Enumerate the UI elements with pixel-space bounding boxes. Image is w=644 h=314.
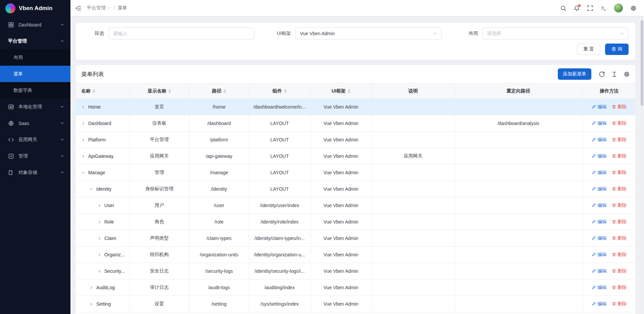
sidebar-item-dashboard[interactable]: Dashboard (0, 16, 70, 33)
row-expander-icon[interactable] (89, 302, 94, 306)
row-expander-icon[interactable] (97, 203, 102, 208)
edit-button[interactable]: 编辑 (592, 153, 606, 159)
delete-button[interactable]: 删除 (612, 137, 627, 143)
sort-carets-icon[interactable] (348, 89, 351, 93)
edit-button[interactable]: 编辑 (592, 104, 606, 110)
row-expander-icon[interactable] (81, 154, 86, 159)
search-icon[interactable] (560, 5, 567, 11)
edit-button[interactable]: 编辑 (592, 252, 606, 258)
delete-button[interactable]: 删除 (612, 186, 627, 192)
layout-select[interactable]: 请选择 (483, 27, 629, 40)
edit-button[interactable]: 编辑 (592, 137, 606, 143)
user-avatar[interactable] (614, 3, 623, 13)
column-header-ui_framework[interactable]: UI框架 (310, 83, 372, 99)
ui-framework-select[interactable]: Vue Vben Admin (296, 27, 441, 40)
cell-description (372, 165, 454, 181)
cell-redirect (454, 214, 582, 230)
delete-button[interactable]: 删除 (612, 202, 627, 208)
edit-button[interactable]: 编辑 (592, 186, 606, 192)
sort-carets-icon[interactable] (223, 89, 226, 93)
delete-icon (612, 137, 616, 142)
sort-carets-icon[interactable] (93, 89, 95, 93)
column-header-display_name[interactable]: 显示名称 (129, 83, 189, 99)
sidebar-subitem-menu[interactable]: 菜单 (0, 66, 70, 82)
reset-button[interactable]: 重 置 (577, 44, 600, 55)
delete-label: 删除 (618, 219, 627, 225)
cell-actions: 编辑删除 (582, 99, 635, 115)
cell-ui-framework: Vue Vben Admin (310, 296, 372, 312)
delete-button[interactable]: 删除 (612, 252, 627, 258)
edit-button[interactable]: 编辑 (592, 202, 606, 208)
delete-button[interactable]: 删除 (612, 170, 627, 176)
row-expander-icon[interactable] (89, 187, 94, 191)
row-expander-icon[interactable] (81, 171, 86, 175)
delete-button[interactable]: 删除 (612, 285, 627, 291)
app-logo[interactable]: Vben Admin (0, 0, 70, 16)
edit-button[interactable]: 编辑 (592, 170, 606, 176)
row-height-icon[interactable] (611, 71, 618, 77)
breadcrumb-label: 平台管理 (87, 5, 106, 11)
delete-button[interactable]: 删除 (612, 235, 627, 241)
edit-button[interactable]: 编辑 (592, 301, 606, 307)
cell-description (372, 263, 454, 279)
scrollbar-thumb[interactable] (641, 20, 643, 106)
row-expander-icon[interactable] (81, 121, 86, 126)
breadcrumb-item-platform[interactable]: 平台管理 (87, 5, 111, 11)
delete-button[interactable]: 删除 (612, 268, 627, 274)
refresh-icon[interactable] (599, 71, 605, 77)
row-expander-icon[interactable] (97, 236, 102, 241)
delete-button[interactable]: 删除 (612, 301, 627, 307)
cell-actions: 编辑删除 (582, 132, 635, 148)
column-header-path[interactable]: 路径 (189, 83, 249, 99)
sidebar-subitem-data-dictionary[interactable]: 数据字典 (0, 82, 70, 99)
sidebar-subitem-layout[interactable]: 布局 (0, 49, 70, 66)
row-expander-icon[interactable] (97, 269, 102, 273)
cell-component: LAYOUT (249, 148, 310, 165)
row-expander-icon[interactable] (81, 105, 86, 109)
filter-row: 筛选 UI框架 Vue Vben Admin 布局 请选择 (83, 27, 629, 40)
edit-icon (592, 252, 596, 257)
fullscreen-icon[interactable] (587, 5, 593, 11)
row-expander-icon[interactable] (89, 286, 94, 290)
row-expander-icon[interactable] (81, 138, 86, 142)
edit-button[interactable]: 编辑 (592, 268, 606, 274)
sort-carets-icon[interactable] (168, 89, 171, 93)
settings-gear-icon[interactable] (630, 5, 637, 11)
edit-button[interactable]: 编辑 (592, 219, 606, 225)
cell-redirect (454, 263, 582, 279)
row-expander-icon[interactable] (97, 253, 102, 257)
table-settings-gear-icon[interactable] (624, 71, 630, 77)
sidebar-item-localization[interactable]: 本地化管理 (0, 99, 70, 115)
query-button[interactable]: 查 询 (605, 44, 629, 55)
delete-button[interactable]: 删除 (612, 104, 627, 110)
sort-carets-icon[interactable] (284, 89, 287, 93)
edit-button[interactable]: 编辑 (592, 235, 606, 241)
sidebar-group-object-storage: 对象存储 (0, 164, 70, 181)
sidebar-item-manage[interactable]: 管理 (0, 148, 70, 164)
menu-name: Home (88, 104, 101, 110)
column-header-name[interactable]: 名称 (76, 83, 129, 99)
cell-actions: 编辑删除 (582, 165, 635, 181)
edit-label: 编辑 (597, 219, 606, 225)
sidebar-item-gateway[interactable]: 应用网关 (0, 131, 70, 148)
sidebar-subitem-label: 数据字典 (13, 87, 32, 93)
translate-icon[interactable]: 文A (600, 5, 607, 11)
cell-path: /identity (189, 181, 249, 197)
add-menu-button[interactable]: 添加新菜单 (558, 68, 591, 80)
menu-fold-icon[interactable] (75, 5, 82, 11)
menu-name: Organiz... (104, 252, 125, 257)
cell-name: Security... (76, 263, 129, 279)
edit-button[interactable]: 编辑 (592, 120, 606, 126)
edit-button[interactable]: 编辑 (592, 285, 606, 291)
delete-button[interactable]: 删除 (612, 153, 627, 159)
sidebar-item-platform[interactable]: 平台管理 (0, 33, 70, 49)
sidebar-item-object-storage[interactable]: 对象存储 (0, 164, 70, 181)
row-expander-icon[interactable] (97, 220, 102, 224)
cell-actions: 编辑删除 (582, 279, 635, 296)
delete-button[interactable]: 删除 (612, 219, 627, 225)
sidebar-item-saas[interactable]: Saas (0, 115, 70, 131)
filter-keyword-input[interactable] (109, 27, 255, 40)
delete-button[interactable]: 删除 (612, 120, 627, 126)
notification-bell-icon[interactable] (574, 5, 580, 11)
column-header-component[interactable]: 组件 (249, 83, 310, 99)
